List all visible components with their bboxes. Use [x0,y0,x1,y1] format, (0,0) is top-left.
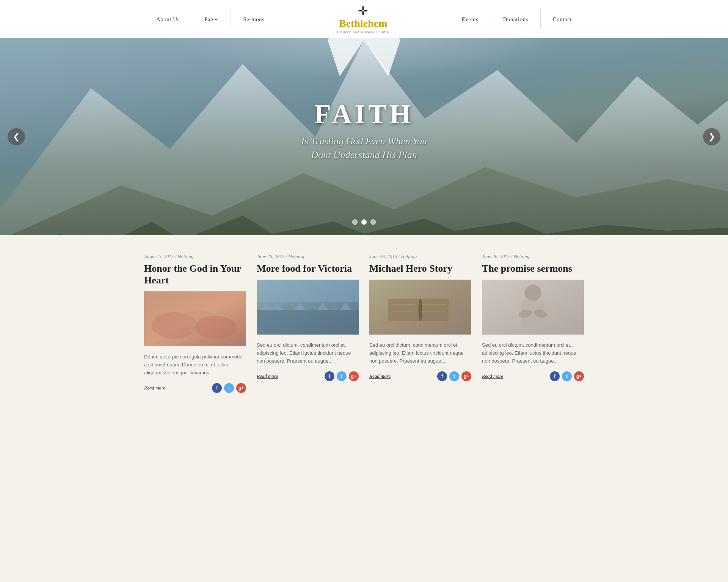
card-4-social: f t g+ [550,371,584,381]
svg-point-8 [195,316,237,339]
hero-next-button[interactable]: ❯ [703,128,720,146]
card-1-footer: Read more f t g+ [144,383,246,393]
svg-rect-19 [257,280,359,302]
nav-right: Events Donations Contact [450,0,584,38]
card-4-title: The promise sermons [482,263,584,274]
card-2-image [257,280,359,335]
nav-sermons[interactable]: Sermons [231,0,276,38]
card-1-meta: August 3, 2015 / Helping [144,253,246,260]
card-4-twitter-icon[interactable]: t [562,371,572,381]
card-3-meta: June 26, 2015 / Helping [369,253,471,260]
card-4-footer: Read more f t g+ [482,371,584,381]
card-3-image [369,280,471,335]
card-1-image [144,291,246,346]
card-1-excerpt: Donec ac turpis non ligula pulvinar comm… [144,353,246,377]
card-1-social: f t g+ [212,383,246,393]
card-2-read-more[interactable]: Read more [257,373,278,379]
card-2: June 26, 2015 / Helping More food for Vi… [257,253,359,393]
hero-subtitle: Is Trusting God Even When You Dont Under… [0,135,728,162]
navigation: About Us Pages Sermons ✛ Bethlehem Churc… [0,0,728,38]
svg-point-31 [525,285,541,301]
card-1-facebook-icon[interactable]: f [212,383,222,393]
card-3-googleplus-icon[interactable]: g+ [461,371,471,381]
cards-section: August 3, 2015 / Helping Honor the God i… [136,235,592,416]
svg-point-23 [419,299,422,321]
card-3: June 26, 2015 / Helping Michael Hero Sto… [369,253,471,393]
nav-pages[interactable]: Pages [192,0,231,38]
nav-donations[interactable]: Donations [491,0,540,38]
card-4-facebook-icon[interactable]: f [550,371,560,381]
logo[interactable]: ✛ Bethlehem Church Wordpress Theme [337,4,389,34]
nav-left: About Us Pages Sermons [144,0,276,38]
card-3-read-more[interactable]: Read more [369,373,391,379]
svg-rect-22 [419,299,449,321]
card-2-excerpt: Sed eu orci dictum, condimentum orci et,… [257,341,359,365]
hero-dots [352,219,376,225]
card-3-facebook-icon[interactable]: f [437,371,447,381]
card-1-twitter-icon[interactable]: t [224,383,234,393]
nav-about[interactable]: About Us [144,0,192,38]
card-4: June 26, 2015 / Helping The promise serm… [482,253,584,393]
hero-prev-button[interactable]: ❮ [8,128,25,146]
card-2-twitter-icon[interactable]: t [337,371,347,381]
card-3-excerpt: Sed eu orci dictum, condimentum orci et,… [369,341,471,365]
card-4-googleplus-icon[interactable]: g+ [574,371,584,381]
card-2-title: More food for Victoria [257,263,359,274]
card-1-read-more[interactable]: Read more [144,385,165,391]
card-4-read-more[interactable]: Read more [482,373,503,379]
card-2-meta: June 26, 2015 / Helping [257,253,359,260]
card-4-excerpt: Sed eu orci dictum, condimentum orci et,… [482,341,584,365]
hero-content: FAITH Is Trusting God Even When You Dont… [0,99,728,162]
card-3-twitter-icon[interactable]: t [449,371,459,381]
card-4-image [482,280,584,335]
hero-section: FAITH Is Trusting God Even When You Dont… [0,38,728,235]
card-3-social: f t g+ [437,371,471,381]
logo-title: Bethlehem [339,18,388,29]
card-4-meta: June 26, 2015 / Helping [482,253,584,260]
card-3-footer: Read more f t g+ [369,371,471,381]
card-2-facebook-icon[interactable]: f [325,371,334,381]
card-2-googleplus-icon[interactable]: g+ [349,371,359,381]
svg-rect-10 [257,310,359,335]
card-1-title: Honor the God in Your Heart [144,263,246,286]
card-1: August 3, 2015 / Helping Honor the God i… [144,253,246,393]
card-2-social: f t g+ [325,371,359,381]
hero-dot-2[interactable] [361,219,367,225]
hero-dot-1[interactable] [352,219,358,225]
hero-dot-3[interactable] [370,219,376,225]
cards-grid: August 3, 2015 / Helping Honor the God i… [144,253,584,393]
card-3-title: Michael Hero Story [369,263,471,274]
nav-contact[interactable]: Contact [541,0,584,38]
svg-rect-21 [388,299,419,321]
nav-events[interactable]: Events [450,0,491,38]
card-2-footer: Read more f t g+ [257,371,359,381]
logo-subtitle: Church Wordpress Theme [337,30,389,34]
card-1-googleplus-icon[interactable]: g+ [236,383,246,393]
hero-title: FAITH [0,99,728,130]
logo-cross-icon: ✛ [358,4,368,18]
